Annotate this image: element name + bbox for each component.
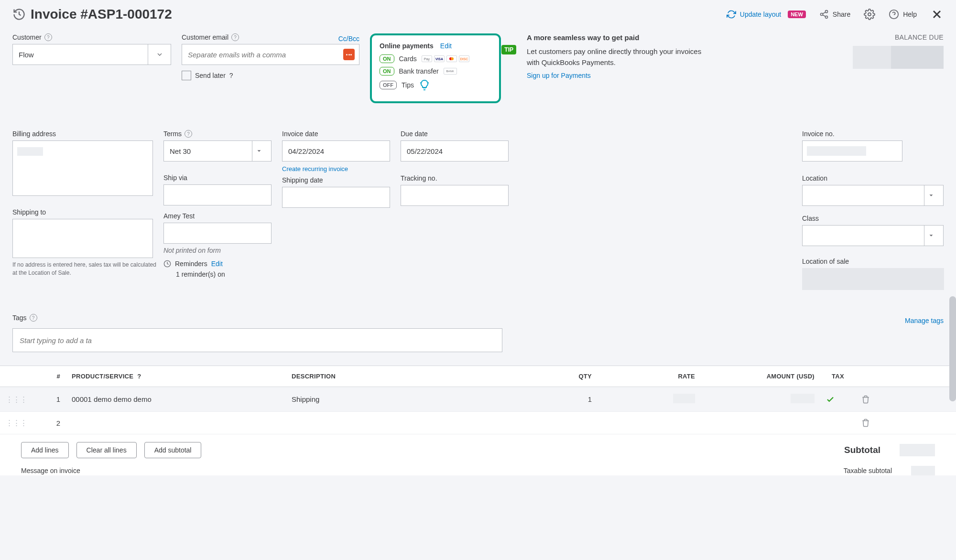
caret-down-icon [928, 192, 934, 199]
reminders-edit-link[interactable]: Edit [211, 260, 223, 268]
send-later-checkbox[interactable] [182, 71, 191, 80]
row-rate[interactable] [598, 387, 701, 411]
svg-point-5 [868, 13, 871, 16]
col-rate: RATE [598, 366, 701, 387]
promo-body: Let customers pay online directly throug… [527, 46, 704, 68]
reminders-count: 1 reminder(s) on [176, 270, 272, 278]
location-of-sale-input-redacted[interactable] [802, 268, 944, 290]
svg-line-3 [823, 15, 826, 16]
subtotal-value-redacted [900, 444, 935, 456]
history-icon[interactable] [12, 8, 26, 21]
ship-via-input[interactable] [163, 184, 272, 205]
customer-label: Customer [12, 33, 42, 41]
add-lines-button[interactable]: Add lines [21, 442, 69, 458]
row-tax[interactable] [820, 416, 856, 430]
bank-badge-icon: BANK [444, 68, 457, 75]
drag-handle[interactable]: ⋮⋮⋮ [0, 412, 32, 434]
help-icon[interactable]: ? [30, 314, 37, 322]
send-later-label: Send later [195, 72, 226, 79]
share-button[interactable]: Share [819, 10, 850, 19]
row-num: 1 [32, 388, 66, 410]
amey-test-input[interactable] [163, 223, 272, 244]
location-select[interactable] [802, 185, 944, 206]
row-description[interactable] [286, 416, 499, 430]
billing-address-label: Billing address [12, 130, 153, 138]
promo-title: A more seamless way to get paid [527, 33, 704, 42]
lightbulb-icon [419, 79, 430, 91]
ship-via-label: Ship via [163, 174, 272, 182]
scrollbar-thumb[interactable] [949, 296, 956, 401]
settings-button[interactable] [864, 9, 875, 20]
row-description[interactable]: Shipping [286, 388, 499, 410]
class-select[interactable] [802, 225, 944, 246]
row-amount[interactable] [701, 387, 820, 411]
row-qty[interactable]: 1 [499, 388, 598, 410]
col-num: # [32, 366, 66, 387]
delete-row-button[interactable] [856, 412, 885, 434]
location-label: Location [802, 174, 944, 182]
cards-toggle-row[interactable]: ON Cards Pay VISA DISC [380, 54, 491, 63]
terms-select[interactable]: Net 30 [163, 140, 272, 162]
ccbcc-link[interactable]: Cc/Bcc [338, 35, 359, 43]
customer-input[interactable] [12, 44, 148, 65]
row-tax[interactable] [820, 388, 856, 410]
drag-handle[interactable]: ⋮⋮⋮ [0, 388, 32, 410]
update-layout-button[interactable]: Update layout NEW [727, 10, 806, 19]
svg-line-4 [823, 12, 826, 13]
invoice-date-input[interactable] [282, 140, 390, 162]
email-options-button[interactable] [343, 49, 355, 60]
email-input[interactable] [182, 44, 359, 65]
delete-row-button[interactable] [856, 388, 885, 410]
balance-label: BALANCE DUE [853, 33, 944, 41]
due-date-input[interactable] [401, 140, 509, 162]
tags-input[interactable] [12, 328, 502, 352]
page-header: Invoice #ASP1-000172 Update layout NEW S… [0, 0, 956, 29]
table-row[interactable]: ⋮⋮⋮ 2 [0, 412, 956, 434]
shipping-to-label: Shipping to [12, 208, 153, 216]
clear-all-lines-button[interactable]: Clear all lines [76, 442, 137, 458]
svg-point-0 [825, 11, 827, 13]
help-icon[interactable]: ? [185, 130, 192, 138]
row-product[interactable]: 00001 demo demo demo [66, 388, 286, 410]
row-product[interactable] [66, 416, 286, 430]
amey-test-label: Amey Test [163, 212, 272, 220]
bank-toggle-row[interactable]: ON Bank transfer BANK [380, 67, 491, 75]
balance-due: BALANCE DUE [853, 33, 944, 69]
shipping-to-input[interactable] [12, 219, 153, 258]
row-qty[interactable] [499, 416, 598, 430]
col-qty: QTY [499, 366, 598, 387]
gear-icon [864, 9, 875, 20]
tracking-no-input[interactable] [401, 185, 509, 206]
create-recurring-link[interactable]: Create recurring invoice [282, 165, 390, 172]
off-badge: OFF [380, 81, 397, 89]
manage-tags-link[interactable]: Manage tags [905, 317, 944, 324]
message-label: Message on invoice [21, 467, 80, 474]
help-button[interactable]: Help [889, 9, 917, 20]
signup-payments-link[interactable]: Sign up for Payments [527, 72, 704, 79]
invoice-date-label: Invoice date [282, 130, 390, 138]
row-rate[interactable] [598, 416, 701, 430]
table-row[interactable]: ⋮⋮⋮ 1 00001 demo demo demo Shipping 1 [0, 387, 956, 412]
help-icon[interactable]: ? [229, 72, 233, 79]
shipping-date-input[interactable] [282, 187, 390, 208]
add-subtotal-button[interactable]: Add subtotal [144, 442, 202, 458]
svg-line-10 [420, 83, 421, 83]
not-printed-note: Not printed on form [163, 247, 272, 254]
svg-marker-14 [929, 194, 933, 196]
email-label: Customer email [182, 33, 228, 41]
subtotal-label: Subtotal [844, 445, 880, 455]
payments-edit-link[interactable]: Edit [440, 42, 452, 50]
on-badge: ON [380, 67, 394, 75]
customer-dropdown-button[interactable] [148, 44, 171, 65]
redacted [807, 146, 866, 156]
row-num: 2 [32, 412, 66, 434]
svg-marker-12 [257, 150, 261, 152]
help-icon[interactable]: ? [137, 373, 141, 380]
due-date-label: Due date [401, 130, 509, 138]
tips-toggle-row[interactable]: OFF Tips [380, 79, 491, 91]
help-icon[interactable]: ? [231, 33, 239, 41]
help-icon[interactable]: ? [44, 33, 52, 41]
close-button[interactable] [930, 8, 944, 21]
row-amount[interactable] [701, 416, 820, 430]
terms-label: Terms [163, 130, 182, 138]
